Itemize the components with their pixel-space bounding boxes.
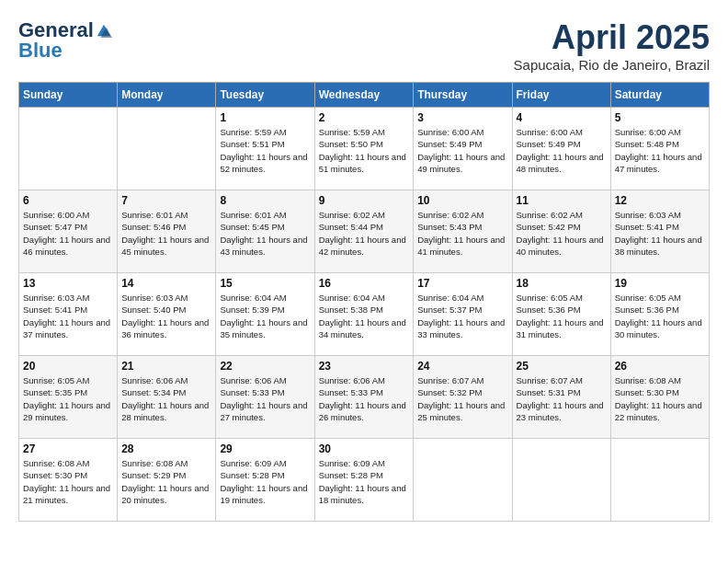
weekday-header-sunday: Sunday [19,83,118,108]
calendar-cell: 11Sunrise: 6:02 AM Sunset: 5:42 PM Dayli… [512,190,610,273]
day-number: 10 [417,194,507,207]
calendar-cell: 20Sunrise: 6:05 AM Sunset: 5:35 PM Dayli… [19,356,118,439]
calendar-cell: 29Sunrise: 6:09 AM Sunset: 5:28 PM Dayli… [216,439,314,522]
calendar-cell [610,439,709,522]
day-number: 18 [517,277,607,290]
day-info: Sunrise: 6:00 AM Sunset: 5:49 PM Dayligh… [417,126,507,175]
calendar-cell [19,108,118,190]
location-text: Sapucaia, Rio de Janeiro, Brazil [514,57,710,73]
day-number: 9 [319,194,410,207]
day-number: 27 [23,442,113,455]
weekday-header-thursday: Thursday [414,83,512,108]
title-block: April 2025 Sapucaia, Rio de Janeiro, Bra… [514,18,710,73]
day-number: 5 [615,111,705,124]
calendar-cell: 12Sunrise: 6:03 AM Sunset: 5:41 PM Dayli… [610,190,709,273]
day-number: 22 [220,360,310,373]
day-info: Sunrise: 5:59 AM Sunset: 5:50 PM Dayligh… [319,126,410,175]
weekday-header-monday: Monday [118,83,216,108]
day-number: 24 [417,360,507,373]
day-info: Sunrise: 6:00 AM Sunset: 5:48 PM Dayligh… [615,126,705,175]
calendar-table: SundayMondayTuesdayWednesdayThursdayFrid… [18,82,710,522]
day-number: 26 [615,360,705,373]
day-number: 23 [319,360,410,373]
page-header: General Blue April 2025 Sapucaia, Rio de… [18,18,710,73]
calendar-cell: 28Sunrise: 6:08 AM Sunset: 5:29 PM Dayli… [118,439,216,522]
day-info: Sunrise: 6:08 AM Sunset: 5:29 PM Dayligh… [121,457,211,506]
day-info: Sunrise: 6:03 AM Sunset: 5:40 PM Dayligh… [121,292,211,340]
calendar-cell: 8Sunrise: 6:01 AM Sunset: 5:45 PM Daylig… [216,190,314,273]
day-info: Sunrise: 6:06 AM Sunset: 5:34 PM Dayligh… [121,374,211,423]
calendar-cell: 19Sunrise: 6:05 AM Sunset: 5:36 PM Dayli… [610,273,709,356]
weekday-header-saturday: Saturday [610,83,709,108]
day-number: 3 [417,111,507,124]
day-number: 15 [220,277,310,290]
calendar-cell: 4Sunrise: 6:00 AM Sunset: 5:49 PM Daylig… [512,108,610,190]
logo-blue-text: Blue [18,39,63,63]
calendar-cell: 2Sunrise: 5:59 AM Sunset: 5:50 PM Daylig… [314,108,414,190]
day-number: 16 [319,277,410,290]
calendar-cell: 23Sunrise: 6:06 AM Sunset: 5:33 PM Dayli… [314,356,414,439]
day-info: Sunrise: 6:02 AM Sunset: 5:42 PM Dayligh… [517,209,607,258]
day-number: 28 [121,442,211,455]
calendar-cell: 13Sunrise: 6:03 AM Sunset: 5:41 PM Dayli… [19,273,118,356]
calendar-cell: 24Sunrise: 6:07 AM Sunset: 5:32 PM Dayli… [414,356,512,439]
day-number: 13 [23,277,113,290]
day-info: Sunrise: 6:09 AM Sunset: 5:28 PM Dayligh… [220,457,310,506]
day-info: Sunrise: 6:08 AM Sunset: 5:30 PM Dayligh… [23,457,113,506]
calendar-cell: 21Sunrise: 6:06 AM Sunset: 5:34 PM Dayli… [118,356,216,439]
day-number: 8 [220,194,310,207]
day-number: 7 [121,194,211,207]
day-info: Sunrise: 6:01 AM Sunset: 5:46 PM Dayligh… [121,209,211,258]
day-number: 25 [517,360,607,373]
calendar-cell: 9Sunrise: 6:02 AM Sunset: 5:44 PM Daylig… [314,190,414,273]
weekday-header-friday: Friday [512,83,610,108]
calendar-cell [414,439,512,522]
day-number: 20 [23,360,113,373]
weekday-header-row: SundayMondayTuesdayWednesdayThursdayFrid… [19,83,710,108]
day-info: Sunrise: 6:01 AM Sunset: 5:45 PM Dayligh… [220,209,310,258]
day-number: 12 [615,194,705,207]
day-number: 11 [517,194,607,207]
day-info: Sunrise: 6:09 AM Sunset: 5:28 PM Dayligh… [319,457,410,506]
day-number: 19 [615,277,705,290]
day-info: Sunrise: 6:02 AM Sunset: 5:44 PM Dayligh… [319,209,410,258]
day-info: Sunrise: 6:06 AM Sunset: 5:33 PM Dayligh… [319,374,410,423]
day-info: Sunrise: 6:07 AM Sunset: 5:32 PM Dayligh… [417,374,507,423]
logo-icon [96,22,112,39]
day-info: Sunrise: 6:00 AM Sunset: 5:47 PM Dayligh… [23,209,113,258]
calendar-week-4: 27Sunrise: 6:08 AM Sunset: 5:30 PM Dayli… [19,439,710,522]
day-info: Sunrise: 6:07 AM Sunset: 5:31 PM Dayligh… [517,374,607,423]
calendar-cell: 18Sunrise: 6:05 AM Sunset: 5:36 PM Dayli… [512,273,610,356]
calendar-cell: 14Sunrise: 6:03 AM Sunset: 5:40 PM Dayli… [118,273,216,356]
calendar-cell: 15Sunrise: 6:04 AM Sunset: 5:39 PM Dayli… [216,273,314,356]
day-info: Sunrise: 6:04 AM Sunset: 5:38 PM Dayligh… [319,292,410,340]
day-info: Sunrise: 6:05 AM Sunset: 5:35 PM Dayligh… [23,374,113,423]
day-info: Sunrise: 6:08 AM Sunset: 5:30 PM Dayligh… [615,374,705,423]
day-number: 21 [121,360,211,373]
day-number: 30 [319,442,410,455]
day-info: Sunrise: 6:02 AM Sunset: 5:43 PM Dayligh… [417,209,507,258]
weekday-header-tuesday: Tuesday [216,83,314,108]
weekday-header-wednesday: Wednesday [314,83,414,108]
calendar-cell: 6Sunrise: 6:00 AM Sunset: 5:47 PM Daylig… [19,190,118,273]
calendar-cell: 30Sunrise: 6:09 AM Sunset: 5:28 PM Dayli… [314,439,414,522]
calendar-week-0: 1Sunrise: 5:59 AM Sunset: 5:51 PM Daylig… [19,108,710,190]
calendar-cell: 27Sunrise: 6:08 AM Sunset: 5:30 PM Dayli… [19,439,118,522]
day-number: 29 [220,442,310,455]
day-info: Sunrise: 6:04 AM Sunset: 5:39 PM Dayligh… [220,292,310,340]
day-info: Sunrise: 6:00 AM Sunset: 5:49 PM Dayligh… [517,126,607,175]
day-number: 4 [517,111,607,124]
day-number: 2 [319,111,410,124]
day-number: 17 [417,277,507,290]
calendar-week-3: 20Sunrise: 6:05 AM Sunset: 5:35 PM Dayli… [19,356,710,439]
day-info: Sunrise: 6:06 AM Sunset: 5:33 PM Dayligh… [220,374,310,423]
day-info: Sunrise: 5:59 AM Sunset: 5:51 PM Dayligh… [220,126,310,175]
month-title: April 2025 [514,18,710,57]
day-info: Sunrise: 6:03 AM Sunset: 5:41 PM Dayligh… [615,209,705,258]
calendar-cell: 17Sunrise: 6:04 AM Sunset: 5:37 PM Dayli… [414,273,512,356]
calendar-cell: 5Sunrise: 6:00 AM Sunset: 5:48 PM Daylig… [610,108,709,190]
calendar-cell: 16Sunrise: 6:04 AM Sunset: 5:38 PM Dayli… [314,273,414,356]
calendar-body: 1Sunrise: 5:59 AM Sunset: 5:51 PM Daylig… [19,108,710,522]
calendar-cell: 7Sunrise: 6:01 AM Sunset: 5:46 PM Daylig… [118,190,216,273]
calendar-cell: 25Sunrise: 6:07 AM Sunset: 5:31 PM Dayli… [512,356,610,439]
